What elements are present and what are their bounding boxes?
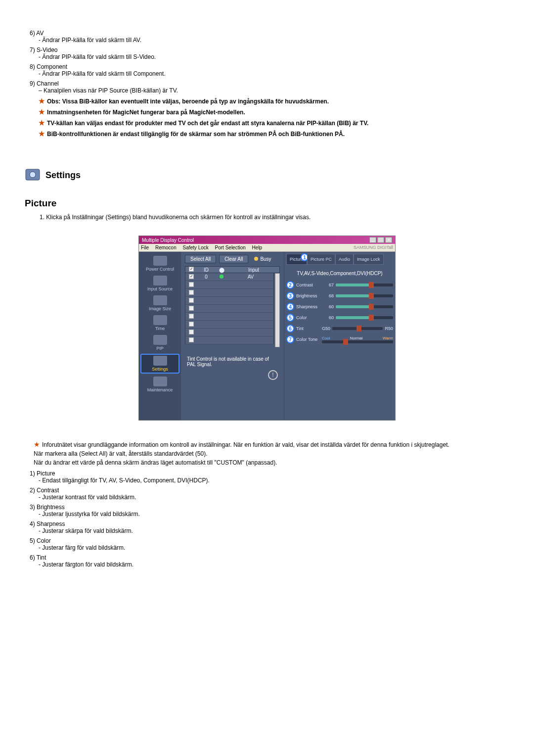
row-checkbox[interactable] bbox=[189, 322, 194, 327]
menu-help[interactable]: Help bbox=[252, 245, 263, 250]
menu-safety-lock[interactable]: Safety Lock bbox=[183, 245, 209, 250]
mdc-window: Multiple Display Control _ □ × File Remo… bbox=[138, 236, 396, 421]
item-label: AV bbox=[36, 30, 44, 37]
contrast-slider[interactable] bbox=[336, 284, 393, 286]
intro-text: Klicka på Inställningar (Settings) bland… bbox=[46, 214, 311, 221]
row-checkbox[interactable] bbox=[189, 274, 194, 279]
table-row[interactable] bbox=[185, 305, 274, 313]
table-row[interactable] bbox=[185, 321, 274, 329]
row-checkbox[interactable] bbox=[189, 306, 194, 311]
tab-label: Audio bbox=[339, 257, 350, 262]
sidebar-label: PIP bbox=[156, 346, 164, 351]
callout-3: 3 bbox=[286, 292, 294, 300]
close-button[interactable]: × bbox=[385, 237, 392, 243]
row-checkbox[interactable] bbox=[189, 314, 194, 319]
tint-slider[interactable] bbox=[332, 327, 383, 330]
row-checkbox[interactable] bbox=[189, 330, 194, 334]
menu-port-selection[interactable]: Port Selection bbox=[215, 245, 246, 250]
callout-2: 2 bbox=[286, 281, 294, 289]
titlebar: Multiple Display Control _ □ × bbox=[139, 236, 395, 244]
item-desc: - Justerar färg för vald bildskärm. bbox=[39, 544, 509, 551]
tab-picture[interactable]: Picture 1 bbox=[286, 254, 307, 265]
table-row[interactable] bbox=[185, 289, 274, 297]
callout-7: 7 bbox=[286, 335, 294, 343]
select-all-button[interactable]: Select All bbox=[185, 255, 216, 263]
clear-all-button[interactable]: Clear All bbox=[219, 255, 248, 263]
header-checkbox[interactable] bbox=[189, 267, 194, 272]
sidebar-label: Image Size bbox=[149, 306, 171, 311]
table-row[interactable] bbox=[185, 281, 274, 289]
sidebar-label: Settings bbox=[152, 367, 168, 372]
menubar: File Remocon Safety Lock Port Selection … bbox=[139, 244, 395, 252]
tab-picture-pc[interactable]: Picture PC bbox=[307, 254, 335, 265]
tone-cool: Cool bbox=[322, 336, 330, 340]
table-row[interactable] bbox=[185, 313, 274, 321]
tab-image-lock[interactable]: Image Lock bbox=[354, 254, 384, 265]
note: Obs: Vissa BiB-källor kan eventuellt int… bbox=[47, 98, 329, 105]
item-num: 5) bbox=[30, 537, 35, 544]
item-num: 1) bbox=[30, 470, 35, 477]
settings-icon bbox=[25, 167, 41, 183]
slider-label-color: Color bbox=[296, 315, 320, 320]
item-label: Sharpness bbox=[37, 520, 65, 527]
row-checkbox[interactable] bbox=[189, 290, 194, 295]
table-row[interactable]: 0 AV bbox=[185, 273, 274, 281]
note: BiB-kontrollfunktionen är endast tillgän… bbox=[47, 131, 345, 138]
item-desc: - Ändrar PIP-källa för vald skärm till C… bbox=[39, 70, 509, 77]
menu-file[interactable]: File bbox=[141, 245, 149, 250]
minimize-button[interactable]: _ bbox=[369, 237, 376, 243]
note: Inmatningsenheten för MagicNet fungerar … bbox=[47, 109, 245, 116]
slider-value: 60 bbox=[322, 315, 334, 320]
status-icon: ⬤ bbox=[219, 267, 224, 273]
grid-header: ID ⬤ Input bbox=[185, 266, 280, 273]
tab-label: Picture PC bbox=[311, 257, 332, 262]
settings-title: Settings bbox=[45, 170, 81, 181]
item-label: Component bbox=[37, 63, 67, 70]
slider-value: 60 bbox=[322, 304, 334, 309]
maximize-button[interactable]: □ bbox=[377, 237, 384, 243]
row-checkbox[interactable] bbox=[189, 337, 194, 342]
sidebar-item-time[interactable]: Time bbox=[140, 314, 179, 332]
picture-title: Picture bbox=[25, 198, 509, 209]
star-icon: ★ bbox=[39, 130, 45, 138]
intro-num: 1. bbox=[40, 214, 44, 221]
sidebar-item-maintenance[interactable]: Maintenance bbox=[140, 376, 179, 393]
star-icon: ★ bbox=[39, 119, 45, 127]
sidebar-label: Maintenance bbox=[147, 387, 173, 392]
sidebar-label: Input Source bbox=[147, 286, 173, 291]
item-desc: - Ändrar PIP-källa för vald skärm till S… bbox=[39, 53, 509, 60]
sidebar-item-image-size[interactable]: Image Size bbox=[140, 294, 179, 312]
note: TV-källan kan väljas endast för produkte… bbox=[47, 120, 368, 127]
tone-normal: Normal bbox=[350, 336, 363, 340]
pip-source-list: 6) AV - Ändrar PIP-källa för vald skärm … bbox=[30, 30, 509, 138]
callout-5: 5 bbox=[286, 314, 294, 322]
item-num: 6) bbox=[30, 554, 35, 561]
callout-4: 4 bbox=[286, 303, 294, 311]
info-text: Inforutnätet visar grundläggande informa… bbox=[42, 441, 449, 448]
table-row[interactable] bbox=[185, 297, 274, 305]
sidebar-item-input[interactable]: Input Source bbox=[140, 275, 179, 292]
item-num: 8) bbox=[30, 63, 35, 70]
sidebar-item-power[interactable]: Power Control bbox=[140, 255, 179, 273]
item-label: Color bbox=[37, 537, 51, 544]
status-note: Tint Control is not available in case of… bbox=[181, 347, 284, 369]
menu-remocon[interactable]: Remocon bbox=[155, 245, 177, 250]
table-row[interactable] bbox=[185, 336, 274, 344]
grid-scrollbar[interactable] bbox=[275, 273, 280, 347]
sidebar-item-settings[interactable]: Settings bbox=[140, 354, 179, 374]
color-slider[interactable] bbox=[336, 316, 393, 319]
tab-audio[interactable]: Audio bbox=[335, 254, 354, 265]
col-id: ID bbox=[197, 267, 215, 273]
item-desc: - Justerar ljusstyrka för vald bildskärm… bbox=[39, 511, 509, 518]
color-tone-slider[interactable] bbox=[322, 340, 393, 343]
star-icon: ★ bbox=[39, 97, 45, 105]
row-checkbox[interactable] bbox=[189, 282, 194, 287]
sharpness-slider[interactable] bbox=[336, 305, 393, 308]
brightness-slider[interactable] bbox=[336, 294, 393, 297]
tone-warm: Warm bbox=[383, 336, 393, 340]
sidebar-item-pip[interactable]: PIP bbox=[140, 334, 179, 352]
table-row[interactable] bbox=[185, 329, 274, 336]
slider-label-tint: Tint bbox=[296, 326, 320, 331]
item-desc: - Justerar skärpa för vald bildskärm. bbox=[39, 527, 509, 534]
row-checkbox[interactable] bbox=[189, 298, 194, 303]
